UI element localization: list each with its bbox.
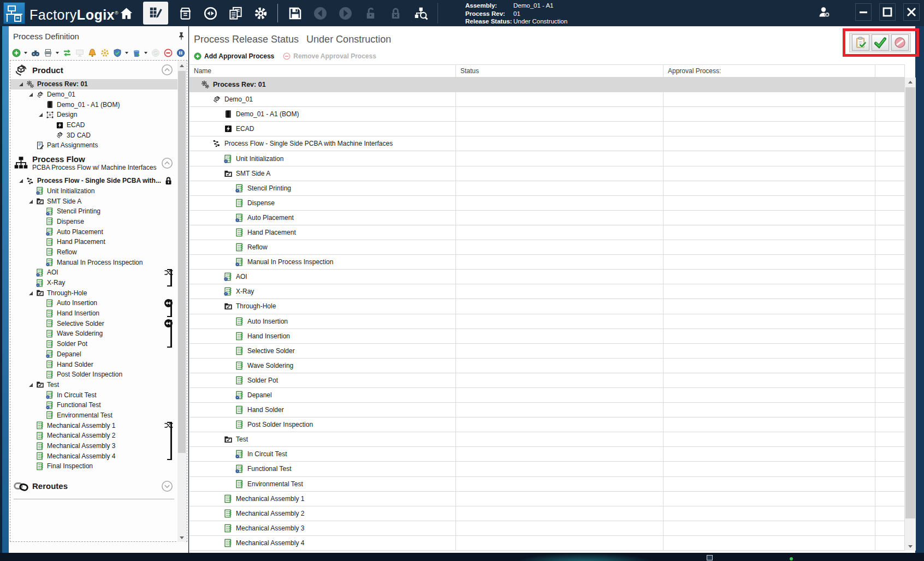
reroutes-section-header[interactable]: Reroutes <box>10 477 177 496</box>
table-row[interactable]: Mechanical Assembly 1 <box>189 492 905 506</box>
documents-button[interactable] <box>227 4 244 22</box>
tree-item[interactable]: Post Solder Inspection <box>10 369 177 380</box>
scroll-up-arrow[interactable] <box>177 61 186 70</box>
table-row[interactable]: Functional Test <box>189 462 905 476</box>
process-flow-section-header[interactable]: Process Flow PCBA Process Flow w/ Machin… <box>10 151 177 176</box>
table-row[interactable]: In Circuit Test <box>189 447 905 462</box>
routing-button[interactable] <box>202 4 218 22</box>
tree-item[interactable]: Hand Placement <box>10 237 177 247</box>
expander-icon[interactable] <box>27 288 36 298</box>
table-row[interactable]: Mechanical Assembly 3 <box>189 521 905 536</box>
table-row[interactable]: Solder Pot <box>189 373 905 388</box>
tree-item[interactable]: Process Rev: 01 <box>10 79 177 89</box>
tree-item[interactable]: Dispense <box>10 217 177 227</box>
tree-item[interactable]: Selective Solder <box>10 318 177 329</box>
where-used-search-button[interactable] <box>412 4 429 22</box>
save-button[interactable] <box>287 4 303 22</box>
table-row[interactable]: Through-Hole <box>189 299 905 314</box>
table-row[interactable]: Reflow <box>189 240 905 255</box>
tree-item[interactable]: Mechanical Assembly 3 <box>10 441 177 451</box>
tree-item[interactable]: Through-Hole <box>10 288 177 298</box>
dropdown-caret-icon[interactable] <box>144 52 147 54</box>
table-row[interactable]: Unit Initialization <box>189 151 905 166</box>
table-row[interactable]: Mechanical Assembly 2 <box>189 506 905 521</box>
tree-item[interactable]: Manual In Process Inspection <box>10 257 177 267</box>
table-row[interactable]: AOI <box>189 270 905 284</box>
tree-item[interactable]: Mechanical Assembly 4 <box>10 451 177 461</box>
table-row[interactable]: Mechanical Assembly 4 <box>189 536 905 551</box>
tree-item[interactable]: Auto Insertion <box>10 298 177 308</box>
table-row[interactable]: Process Flow - Single Side PCBA with Mac… <box>189 136 905 151</box>
collapse-section-button[interactable] <box>161 64 173 76</box>
tree-item[interactable]: Functional Test <box>10 400 177 410</box>
tree-item[interactable]: Demo_01 - A1 (BOM) <box>10 99 177 110</box>
table-row[interactable]: Hand Insertion <box>189 329 905 344</box>
table-row[interactable]: Manual In Process Inspection <box>189 255 905 270</box>
scroll-up-arrow[interactable] <box>905 77 916 86</box>
table-row[interactable]: Environmental Test <box>189 477 905 492</box>
tree-item[interactable]: Mechanical Assembly 2 <box>10 431 177 441</box>
tree-item[interactable]: Stencil Printing <box>10 206 177 217</box>
scrollbar-thumb[interactable] <box>178 71 186 453</box>
table-row[interactable]: ECAD <box>189 122 905 136</box>
tree-item[interactable]: Auto Placement <box>10 226 177 237</box>
tree-item[interactable]: Design <box>10 110 177 120</box>
scrollbar-thumb[interactable] <box>905 87 915 518</box>
expander-icon[interactable] <box>27 89 36 99</box>
logout-user-button[interactable] <box>815 3 833 21</box>
column-header-name[interactable]: Name <box>189 65 456 77</box>
sidebar-scrollbar[interactable] <box>177 61 186 542</box>
table-row[interactable]: Test <box>189 432 905 447</box>
table-row[interactable]: Post Solder Inspection <box>189 417 905 432</box>
table-row[interactable]: Dispense <box>189 196 905 211</box>
table-row[interactable]: Selective Solder <box>189 344 905 359</box>
tree-item[interactable]: Mechanical Assembly 1 <box>10 420 177 431</box>
reject-button[interactable] <box>891 34 909 51</box>
approve-button[interactable] <box>872 34 889 51</box>
options-button[interactable] <box>100 49 109 58</box>
materials-button[interactable] <box>177 4 193 22</box>
expander-icon[interactable] <box>27 380 36 390</box>
table-row[interactable]: Wave Soldering <box>189 359 905 373</box>
tree-item[interactable]: Depanel <box>10 349 177 360</box>
remove-button[interactable] <box>163 49 173 58</box>
expander-icon[interactable] <box>37 110 46 120</box>
dropdown-caret-icon[interactable] <box>125 52 128 54</box>
tree-item[interactable]: Hand Insertion <box>10 308 177 319</box>
tree-item[interactable]: 3D CAD <box>10 130 177 140</box>
permissions-button[interactable] <box>112 49 122 58</box>
tree-item[interactable]: SMT Side A <box>10 196 177 206</box>
expander-icon[interactable] <box>27 196 36 206</box>
table-scrollbar[interactable] <box>905 77 916 551</box>
tree-item[interactable]: Final Inspection <box>10 461 177 472</box>
hold-button[interactable] <box>176 49 185 58</box>
settings-button[interactable] <box>252 4 269 22</box>
dropdown-caret-icon[interactable] <box>56 52 59 54</box>
delete-button[interactable] <box>132 49 141 58</box>
tree-item[interactable]: Reflow <box>10 247 177 258</box>
expand-section-button[interactable] <box>161 480 173 492</box>
home-button[interactable] <box>118 4 134 22</box>
product-section-header[interactable]: Product <box>10 61 177 79</box>
tree-item[interactable]: ECAD <box>10 120 177 130</box>
tree-item[interactable]: Unit Initialization <box>10 186 177 196</box>
tree-item[interactable]: Demo_01 <box>10 89 177 100</box>
process-definition-button[interactable] <box>143 2 168 25</box>
tree-item[interactable]: X-Ray <box>10 278 177 288</box>
tree-item[interactable]: In Circuit Test <box>10 390 177 400</box>
column-header-approval-process[interactable]: Approval Process: <box>664 65 875 77</box>
tree-item[interactable]: Part Assignments <box>10 140 177 151</box>
expander-icon[interactable] <box>17 176 26 186</box>
minimize-button[interactable] <box>855 3 872 21</box>
table-row[interactable]: SMT Side A <box>189 166 905 181</box>
maximize-button[interactable] <box>879 3 896 21</box>
dropdown-caret-icon[interactable] <box>24 52 27 54</box>
table-row[interactable]: Auto Insertion <box>189 314 905 329</box>
pin-button[interactable] <box>177 32 186 40</box>
collapse-section-button[interactable] <box>161 157 173 169</box>
table-row[interactable]: Demo_01 - A1 (BOM) <box>189 107 905 122</box>
close-button[interactable] <box>903 3 920 21</box>
table-row[interactable]: X-Ray <box>189 284 905 299</box>
exchange-button[interactable] <box>62 49 72 58</box>
tree-item[interactable]: Environmental Test <box>10 410 177 421</box>
